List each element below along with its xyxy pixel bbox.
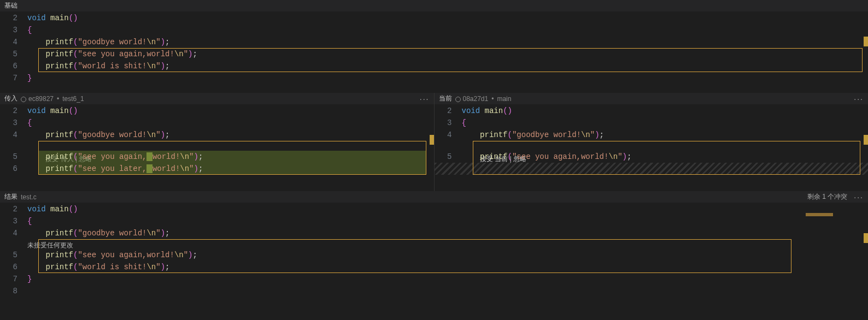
line-number: 3 [0, 215, 27, 227]
overview-ruler[interactable] [863, 105, 868, 191]
sep-dot: • [488, 95, 497, 103]
result-filename: test.c [21, 193, 37, 201]
overview-ruler[interactable] [863, 203, 868, 308]
code-line: { [27, 24, 868, 36]
line-number: 3 [435, 117, 462, 129]
line-number: 6 [0, 60, 27, 72]
code-line: printf("goodbye world!\n"); [27, 129, 434, 141]
code-line: printf("goodbye world!\n"); [462, 129, 869, 141]
more-icon[interactable]: ··· [854, 94, 864, 103]
deleted-placeholder [435, 163, 869, 175]
code-line: { [27, 117, 434, 129]
commit-icon [21, 97, 26, 102]
line-number: 4 [0, 36, 27, 48]
code-line: { [462, 117, 869, 129]
base-pane-header: 基础 [0, 0, 868, 12]
sep-dot: • [54, 95, 62, 103]
base-editor[interactable]: 2 void main() 3 { 4 printf("goodbye worl… [0, 12, 868, 93]
line-number: 2 [0, 105, 27, 117]
current-branch: main [497, 95, 511, 103]
code-line: } [27, 273, 868, 285]
conflict-actions: 接受 传入 | 忽略 [27, 141, 434, 151]
code-line: printf("goodbye world!\n"); [27, 36, 868, 48]
overview-ruler[interactable] [429, 105, 434, 191]
code-line [27, 285, 868, 297]
line-number: 5 [0, 48, 27, 60]
overview-ruler[interactable] [863, 12, 868, 93]
incoming-pane: 传入 ec89827 • test6_1 ··· 2 void main() 3… [0, 93, 435, 191]
line-number: 4 [0, 227, 27, 239]
result-editor[interactable]: 2 void main() 3 { 4 printf("goodbye worl… [0, 203, 868, 308]
code-line: printf("see you again,world!\n"); [27, 249, 868, 261]
incoming-branch: test6_1 [62, 95, 84, 103]
line-number: 5 [0, 151, 27, 163]
diff-word [146, 164, 152, 173]
code-line: { [27, 215, 868, 227]
compare-row: 传入 ec89827 • test6_1 ··· 2 void main() 3… [0, 93, 868, 191]
line-number: 7 [0, 273, 27, 285]
more-icon[interactable]: ··· [420, 94, 430, 103]
line-number: 6 [0, 261, 27, 273]
current-commit: 08a27d1 [463, 95, 489, 103]
incoming-header: 传入 ec89827 • test6_1 ··· [0, 93, 434, 105]
code-line: printf("see you later, world!\n"); [27, 163, 434, 175]
more-icon[interactable]: ··· [854, 193, 864, 202]
incoming-editor[interactable]: 2 void main() 3 { 4 printf("goodbye worl… [0, 105, 434, 191]
result-pane: 结果 test.c 剩余 1 个冲突 ··· 2 void main() 3 {… [0, 191, 868, 308]
line-number: 5 [0, 249, 27, 261]
code-line: printf("see you again, world!\n"); [27, 151, 434, 163]
code-line: printf("goodbye world!\n"); [27, 227, 868, 239]
overview-mark [864, 37, 868, 46]
current-header: 当前 08a27d1 • main ··· [435, 93, 869, 105]
code-line: } [27, 72, 868, 84]
commit-icon [455, 97, 461, 102]
line-number: 4 [0, 129, 27, 141]
incoming-commit: ec89827 [28, 95, 54, 103]
current-editor[interactable]: 2 void main() 3 { 4 printf("goodbye worl… [435, 105, 869, 191]
minimap[interactable] [802, 203, 868, 308]
base-title: 基础 [4, 1, 17, 10]
conflict-actions: 接受 当前 | 忽略 [462, 141, 869, 151]
current-pane: 当前 08a27d1 • main ··· 2 void main() 3 { … [435, 93, 869, 191]
no-changes-banner: 未接受任何更改 [27, 239, 868, 249]
line-number: 2 [0, 203, 27, 215]
line-number: 4 [435, 129, 462, 141]
result-title: 结果 [4, 192, 17, 202]
diff-word [146, 152, 152, 161]
current-title: 当前 [439, 94, 452, 103]
code-line: printf("see you again,world!\n"); [27, 48, 868, 60]
code-line: printf("see you again,world!\n"); [462, 151, 869, 163]
code-line: printf("world is shit!\n"); [27, 261, 868, 273]
code-line: printf("world is shit!\n"); [27, 60, 868, 72]
overview-mark [864, 135, 868, 145]
line-number: 2 [435, 105, 462, 117]
line-number: 3 [0, 117, 27, 129]
minimap-mark [806, 213, 833, 216]
base-pane: 基础 2 void main() 3 { 4 printf("goodbye w… [0, 0, 868, 93]
line-number: 6 [0, 163, 27, 175]
line-number: 3 [0, 24, 27, 36]
remaining-conflicts: 剩余 1 个冲突 [807, 192, 847, 202]
line-number: 5 [435, 151, 462, 163]
line-number: 7 [0, 72, 27, 84]
overview-mark [430, 135, 434, 145]
code-line: void main() [27, 105, 434, 117]
result-header: 结果 test.c 剩余 1 个冲突 ··· [0, 191, 868, 203]
code-line: void main() [27, 203, 868, 215]
code-line: void main() [27, 12, 868, 24]
overview-mark [864, 233, 868, 243]
line-number: 2 [0, 12, 27, 24]
incoming-title: 传入 [4, 94, 17, 103]
code-line: void main() [462, 105, 869, 117]
line-number: 8 [0, 285, 27, 297]
